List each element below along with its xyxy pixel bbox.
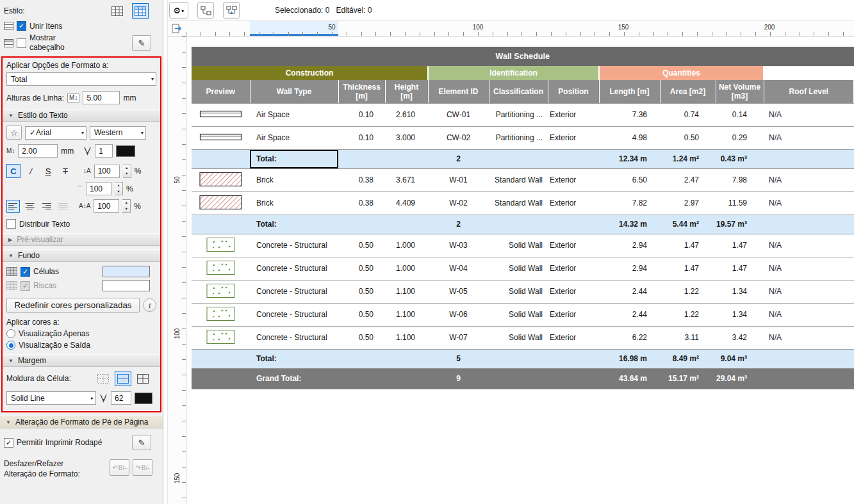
schedule-title[interactable]: Wall Schedule: [192, 47, 854, 66]
undo-format-button[interactable]: ↶B/-: [110, 459, 129, 476]
schedule-cell[interactable]: W-04: [428, 257, 489, 280]
column-header[interactable]: Roof Level: [764, 80, 854, 103]
schedule-cell[interactable]: 7.98: [716, 168, 764, 191]
wall-preview-cell[interactable]: [192, 234, 250, 257]
schedule-cell[interactable]: W-03: [428, 234, 489, 257]
schedule-cell[interactable]: 2.47: [660, 168, 716, 191]
schedule-cell[interactable]: 0.50: [338, 326, 385, 349]
total-empty-cell[interactable]: [548, 149, 599, 168]
column-group-header[interactable]: Construction: [192, 66, 428, 80]
schedule-data-row[interactable]: Brick0.384.409W-02Standard WallExterior7…: [192, 191, 854, 215]
schedule-cell[interactable]: 0.10: [338, 126, 385, 149]
total-empty-cell[interactable]: [764, 215, 854, 234]
schedule-cell[interactable]: 1.100: [385, 303, 428, 326]
background-section-header[interactable]: ▼ Fundo: [3, 249, 160, 262]
schedule-cell[interactable]: Partitioning ...: [489, 103, 548, 126]
total-empty-cell[interactable]: [338, 368, 385, 389]
info-button[interactable]: i: [143, 298, 156, 312]
schedule-cell[interactable]: N/A: [764, 257, 854, 280]
schedule-cell[interactable]: N/A: [764, 303, 854, 326]
row-height-input[interactable]: 5.00: [83, 91, 120, 104]
schedule-cell[interactable]: 4.98: [599, 126, 660, 149]
schedule-cell[interactable]: Exterior: [548, 280, 599, 303]
column-header[interactable]: Length [m]: [599, 80, 660, 103]
bold-button[interactable]: C: [6, 164, 21, 178]
total-empty-cell[interactable]: [385, 149, 428, 168]
schedule-cell[interactable]: Exterior: [548, 126, 599, 149]
schedule-cell[interactable]: 4.409: [385, 191, 428, 215]
total-label-cell[interactable]: Total:: [250, 349, 338, 368]
margin-section-header[interactable]: ▼ Margem: [3, 354, 160, 367]
pen-number-input[interactable]: 1: [95, 144, 113, 158]
total-empty-cell[interactable]: [338, 349, 385, 368]
schedule-cell[interactable]: Exterior: [548, 303, 599, 326]
schedule-cell[interactable]: N/A: [764, 126, 854, 149]
schedule-cell[interactable]: Brick: [250, 191, 338, 215]
schedule-canvas[interactable]: Wall Schedule ConstructionIdentification…: [186, 37, 854, 504]
schedule-cell[interactable]: 0.50: [660, 126, 716, 149]
schedule-cell[interactable]: Solid Wall: [489, 280, 548, 303]
align-center-button[interactable]: [23, 200, 37, 213]
schedule-data-row[interactable]: Concrete - Structural0.501.000W-04Solid …: [192, 257, 854, 280]
ruler-origin-icon[interactable]: [172, 24, 182, 34]
favorite-font-button[interactable]: ☆: [6, 126, 22, 140]
schedule-cell[interactable]: 2.610: [385, 103, 428, 126]
schedule-cell[interactable]: 0.50: [338, 257, 385, 280]
schedule-cell[interactable]: 2.97: [660, 191, 716, 215]
schedule-cell[interactable]: Exterior: [548, 168, 599, 191]
schedule-cell[interactable]: Solid Wall: [489, 257, 548, 280]
total-volume-cell[interactable]: 0.43 m³: [716, 149, 764, 168]
align-justify-button[interactable]: [56, 200, 70, 213]
schedule-cell[interactable]: N/A: [764, 280, 854, 303]
schedule-cell[interactable]: 6.22: [599, 326, 660, 349]
grand-total-row[interactable]: Grand Total:943.64 m15.17 m²29.04 m³: [192, 368, 854, 389]
schedule-cell[interactable]: 0.50: [338, 234, 385, 257]
schedule-cell[interactable]: CW-01: [428, 103, 489, 126]
total-empty-cell[interactable]: [764, 149, 854, 168]
schedule-cell[interactable]: 1.47: [716, 234, 764, 257]
total-area-cell[interactable]: 15.17 m²: [660, 368, 716, 389]
strikethrough-button[interactable]: T: [58, 164, 72, 178]
schedule-cell[interactable]: 1.22: [660, 280, 716, 303]
schedule-cell[interactable]: 1.000: [385, 234, 428, 257]
schedule-cell[interactable]: Standard Wall: [489, 191, 548, 215]
total-empty-cell[interactable]: [548, 368, 599, 389]
total-row[interactable]: Total:516.98 m8.49 m²9.04 m³: [192, 349, 854, 368]
line-spacing-stepper[interactable]: ▲▼: [123, 165, 131, 178]
pen-color-swatch[interactable]: [116, 145, 135, 157]
schedule-data-row[interactable]: Concrete - Structural0.501.000W-03Solid …: [192, 234, 854, 257]
schedule-cell[interactable]: 3.000: [385, 126, 428, 149]
show-header-checkbox[interactable]: [17, 38, 26, 48]
schedule-data-row[interactable]: Concrete - Structural0.501.100W-07Solid …: [192, 326, 854, 349]
underline-button[interactable]: S: [41, 164, 55, 178]
total-area-cell[interactable]: 8.49 m²: [660, 349, 716, 368]
schedule-cell[interactable]: Exterior: [548, 257, 599, 280]
schedule-cell[interactable]: 1.000: [385, 257, 428, 280]
stripes-checkbox[interactable]: ✓: [21, 281, 30, 291]
total-count-cell[interactable]: 2: [428, 215, 489, 234]
schedule-data-row[interactable]: Brick0.383.671W-01Standard WallExterior6…: [192, 168, 854, 191]
total-length-cell[interactable]: 43.64 m: [599, 368, 660, 389]
schedule-cell[interactable]: Exterior: [548, 103, 599, 126]
schedule-cell[interactable]: Exterior: [548, 234, 599, 257]
schedule-cell[interactable]: W-02: [428, 191, 489, 215]
total-count-cell[interactable]: 9: [428, 368, 489, 389]
schedule-cell[interactable]: Standard Wall: [489, 168, 548, 191]
schedule-cell[interactable]: N/A: [764, 103, 854, 126]
print-footer-checkbox[interactable]: ✓: [4, 438, 13, 448]
edit-footer-button[interactable]: ✎: [132, 435, 151, 450]
schedule-cell[interactable]: 3.671: [385, 168, 428, 191]
font-size-input[interactable]: 2.00: [18, 144, 58, 158]
total-empty-cell[interactable]: [489, 368, 548, 389]
schedule-cell[interactable]: 1.47: [660, 234, 716, 257]
schedule-cell[interactable]: W-07: [428, 326, 489, 349]
view-and-output-radio[interactable]: [6, 341, 15, 350]
schedule-cell[interactable]: Solid Wall: [489, 326, 548, 349]
schedule-cell[interactable]: N/A: [764, 191, 854, 215]
scheme-settings-button[interactable]: [197, 2, 214, 19]
total-empty-cell[interactable]: [764, 349, 854, 368]
line-type-select[interactable]: Solid Line ▸: [6, 391, 96, 405]
total-row[interactable]: Total:212.34 m1.24 m²0.43 m³: [192, 149, 854, 168]
wall-preview-cell[interactable]: [192, 303, 250, 326]
total-empty-cell[interactable]: [192, 349, 250, 368]
